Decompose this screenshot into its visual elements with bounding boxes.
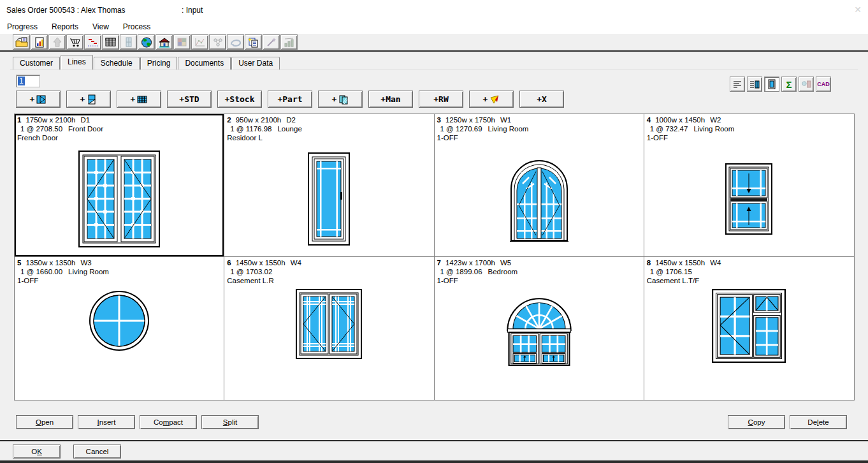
cancel-button[interactable]: Cancel xyxy=(73,445,121,459)
tab-customer[interactable]: Customer xyxy=(13,57,60,70)
add-part-button[interactable]: +Part xyxy=(268,91,312,108)
line-qty-price: 1 @ 1899.06 xyxy=(440,268,482,276)
bottom-edge xyxy=(0,460,868,463)
line-cell-8[interactable]: 81450w x 1550hW4 1 @ 1706.15 Casement L.… xyxy=(644,257,854,400)
menu-reports[interactable]: Reports xyxy=(45,20,85,33)
line-number: 2 xyxy=(227,116,231,124)
tab-documents[interactable]: Documents xyxy=(178,57,231,70)
insert-button[interactable]: Insert xyxy=(78,415,135,429)
copy-document-button[interactable] xyxy=(245,34,262,50)
list-with-preview-view-button[interactable] xyxy=(747,77,762,92)
chart-export-button-disabled[interactable] xyxy=(280,34,298,50)
text-list-view-button[interactable] xyxy=(730,77,745,92)
globe-button[interactable] xyxy=(138,34,155,50)
add-rw-button[interactable]: +RW xyxy=(419,91,463,108)
frame-design-icon xyxy=(122,37,135,48)
toolbar-separator xyxy=(0,50,868,52)
tab-schedule[interactable]: Schedule xyxy=(94,57,140,70)
stats-button-disabled[interactable] xyxy=(799,77,814,92)
add-casement-window-button[interactable]: + xyxy=(16,91,61,108)
line-number: 1 xyxy=(17,116,21,124)
tab-lines[interactable]: Lines xyxy=(61,55,93,70)
ok-row-separator xyxy=(0,440,868,441)
delete-button[interactable]: Delete xyxy=(790,415,847,429)
menu-process[interactable]: Process xyxy=(116,20,157,33)
export-icon xyxy=(51,37,64,48)
add-x-button[interactable]: +X xyxy=(519,91,564,108)
schedule-gantt-button[interactable] xyxy=(84,34,101,50)
line-size: 1450w x 1550h xyxy=(655,259,705,267)
line-cell-3[interactable]: 31250w x 1750hW1 1 @ 1270.69Living Room … xyxy=(435,114,644,257)
frame-design-button-disabled[interactable] xyxy=(120,34,137,50)
graph-button-disabled[interactable] xyxy=(191,34,208,50)
line-qty-price: 1 @ 1176.98 xyxy=(230,125,271,133)
line-product: Casement L.R xyxy=(227,276,431,285)
shopping-cart-button[interactable] xyxy=(66,34,83,50)
line-cell-5[interactable]: 51350w x 1350hW3 1 @ 1660.00Living Room … xyxy=(15,257,224,400)
title-bar: Sales Order 500543 : Alex Thomas : Input… xyxy=(0,0,868,19)
preview-only-icon xyxy=(766,78,778,90)
add-grille-button[interactable]: + xyxy=(117,91,161,108)
network-button-disabled[interactable] xyxy=(209,34,226,50)
add-std-button[interactable]: +STD xyxy=(167,91,212,108)
tab-strip: Customer Lines Schedule Pricing Document… xyxy=(13,56,280,70)
open-order-button[interactable] xyxy=(13,34,30,50)
copy-button[interactable]: Copy xyxy=(728,415,785,429)
globe-icon xyxy=(140,37,153,48)
line-product: 1-OFF xyxy=(437,133,641,142)
line-cell-1[interactable]: 11750w x 2100hD1 1 @ 2708.50Front Door F… xyxy=(15,114,224,257)
route-button-disabled[interactable] xyxy=(227,34,244,50)
export-button-disabled[interactable] xyxy=(48,34,66,50)
line-cell-7[interactable]: 71423w x 1700hW5 1 @ 1899.06Bedroom 1-OF… xyxy=(435,257,644,400)
wizard-icon xyxy=(265,37,278,48)
line-number: 6 xyxy=(227,259,231,267)
compact-button[interactable]: Compact xyxy=(140,415,197,429)
line-number: 7 xyxy=(437,259,441,267)
pointer-icon xyxy=(489,94,500,105)
network-icon xyxy=(212,37,224,48)
line-qty-price: 1 @ 1270.69 xyxy=(440,125,482,133)
line-qty-price: 1 @ 732.47 xyxy=(650,125,688,133)
report-chart-button[interactable] xyxy=(31,34,48,50)
tab-user-data[interactable]: User Data xyxy=(231,57,280,70)
menu-view[interactable]: View xyxy=(85,20,116,33)
table-view-button[interactable] xyxy=(102,34,119,50)
line-qty-price: 1 @ 1703.02 xyxy=(230,268,272,276)
line-ref: W5 xyxy=(500,259,511,267)
casement-ltf-drawing xyxy=(712,289,786,363)
line-cell-4[interactable]: 41000w x 1450hW2 1 @ 732.47Living Room 1… xyxy=(644,114,854,257)
line-ref: W1 xyxy=(500,116,511,124)
toolbar xyxy=(0,34,868,50)
add-stock-button[interactable]: +Stock xyxy=(217,91,262,108)
preview-only-view-button[interactable] xyxy=(764,77,779,92)
tab-pricing[interactable]: Pricing xyxy=(140,57,178,70)
sum-sigma-button[interactable]: Σ xyxy=(781,77,797,92)
line-product: 1-OFF xyxy=(437,276,641,285)
add-vertical-slider-button[interactable]: + xyxy=(66,91,111,108)
list-with-preview-icon xyxy=(749,78,760,90)
home-button[interactable] xyxy=(156,34,173,50)
line-cell-6[interactable]: 61450w x 1550hW4 1 @ 1703.02 Casement L.… xyxy=(224,257,434,400)
cad-button[interactable]: CAD xyxy=(816,77,831,92)
add-copy-frames-button[interactable]: + xyxy=(318,91,363,108)
grille-icon xyxy=(137,94,147,105)
close-icon[interactable]: ✕ xyxy=(854,4,862,15)
line-cell-2[interactable]: 2950w x 2100hD2 1 @ 1176.98Lounge Resido… xyxy=(224,114,434,257)
line-product: Casement L.T/F xyxy=(647,276,851,285)
line-number: 5 xyxy=(17,259,21,267)
line-ref: W3 xyxy=(80,259,91,267)
line-number-input[interactable]: 1 xyxy=(16,75,40,87)
add-buttons-row: + + + +STD +Stock +Part + +Man +RW + +X xyxy=(16,91,564,108)
menu-progress[interactable]: Progress xyxy=(0,20,45,33)
chart-export-icon xyxy=(283,37,296,48)
pattern-button-disabled[interactable] xyxy=(173,34,191,50)
line-qty-price: 1 @ 2708.50 xyxy=(20,125,62,133)
split-button[interactable]: Split xyxy=(201,415,259,429)
open-button[interactable]: Open xyxy=(16,415,73,429)
wizard-button-disabled[interactable] xyxy=(263,34,280,50)
ok-button[interactable]: OK xyxy=(13,445,61,459)
add-man-button[interactable]: +Man xyxy=(368,91,413,108)
arched-french-window-drawing xyxy=(509,156,570,242)
add-pointer-button[interactable]: + xyxy=(469,91,514,108)
line-ref: W2 xyxy=(710,116,721,124)
